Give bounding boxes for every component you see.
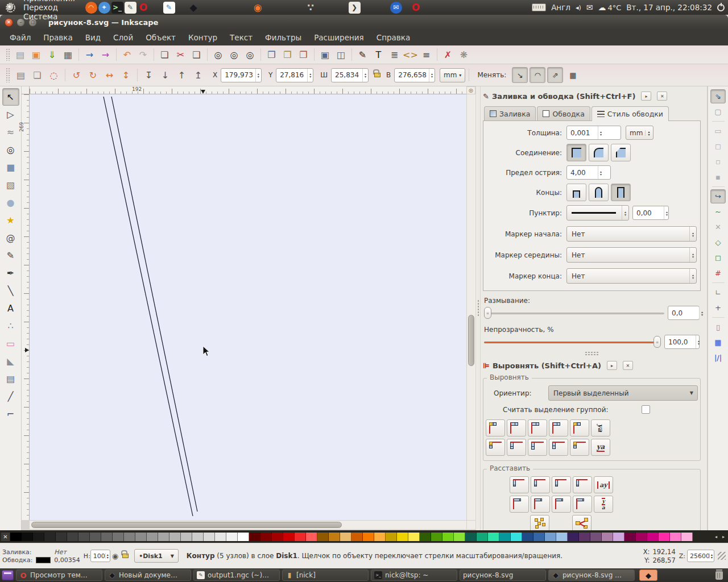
close-button[interactable]: ✕ <box>5 18 13 27</box>
marker-mid-dropdown[interactable]: Нет▴▾ <box>566 247 697 263</box>
palette-swatch-46[interactable] <box>533 533 545 541</box>
print-document-button[interactable]: ▦ <box>60 47 76 62</box>
palette-swatch-29[interactable] <box>340 533 351 541</box>
snap-line-midpoints-button[interactable]: # <box>710 266 726 280</box>
weather-icon[interactable]: ☁ <box>598 3 606 12</box>
vertical-scrollbar[interactable] <box>466 94 475 520</box>
snap-guides-button[interactable]: |/| <box>710 351 726 365</box>
palette-swatch-43[interactable] <box>499 533 511 541</box>
dash-offset-value[interactable]: 0,00 <box>636 209 661 217</box>
dash-offset-input[interactable]: 0,00▴▾ <box>632 206 669 220</box>
stroke-width-input[interactable]: 0,001▴▾ <box>566 126 621 140</box>
palette-swatch-6[interactable] <box>78 533 90 541</box>
blur-slider[interactable]: ≡ <box>484 307 664 319</box>
miter-limit-value[interactable]: 4,00 <box>570 169 595 177</box>
tab-stroke-style[interactable]: Стиль обводки <box>592 106 669 121</box>
palette-swatch-35[interactable] <box>408 533 420 541</box>
select-all-button[interactable]: ▤ <box>13 68 28 82</box>
fill-value[interactable]: Нет <box>54 548 80 556</box>
palette-swatch-31[interactable] <box>363 533 374 541</box>
round-cap-button[interactable] <box>589 184 609 201</box>
distribute-top-edges-button[interactable] <box>510 496 529 513</box>
align-left-edges-button[interactable] <box>507 419 526 436</box>
x-input[interactable]: 179,973▴▾ <box>221 68 262 82</box>
layer-opacity-value[interactable]: 100 <box>93 552 105 560</box>
palette-swatch-2[interactable] <box>33 533 44 541</box>
palette-swatch-23[interactable] <box>272 533 283 541</box>
canvas[interactable] <box>30 94 466 520</box>
open-document-button[interactable]: ▣ <box>28 47 44 62</box>
palette-swatch-58[interactable] <box>670 533 681 541</box>
task-0[interactable]: OПросмотр тем… <box>16 569 102 581</box>
palette-swatch-1[interactable] <box>22 533 33 541</box>
palette-swatch-47[interactable] <box>545 533 556 541</box>
stroke-color-swatch[interactable] <box>36 557 51 563</box>
units-dropdown[interactable]: mm▾ <box>440 68 465 82</box>
raise-one-step-button[interactable]: ↑ <box>174 68 189 82</box>
flip-vertical-button[interactable]: ↕ <box>118 68 134 82</box>
distribute-left-edges-button[interactable] <box>510 476 529 493</box>
align-dialog-button[interactable]: ≡ <box>419 47 434 62</box>
dialog-resize-grip[interactable] <box>585 351 599 356</box>
ungroup-objects-button[interactable]: ◫ <box>333 47 349 62</box>
spinner-arrows[interactable]: ▴▾ <box>689 248 696 262</box>
menu-help[interactable]: Справка <box>370 30 416 45</box>
spray-tool[interactable]: ∴ <box>2 317 19 335</box>
rotate-cw-button[interactable]: ↻ <box>85 68 101 82</box>
document-properties-button[interactable]: ❋ <box>456 47 471 62</box>
trash-icon[interactable] <box>715 571 723 580</box>
distribute-text-anchors-horizontally-button[interactable]: ay <box>594 476 613 493</box>
power-icon[interactable] <box>717 4 725 11</box>
align-top-edges-button[interactable] <box>507 439 526 456</box>
align-right-edges-button[interactable] <box>549 419 568 436</box>
task-2[interactable]: ✎output1.ngc (~)… <box>193 569 280 581</box>
horizontal-scrollbar[interactable] <box>30 520 466 529</box>
palette-scroll-left[interactable]: ◂ <box>713 533 719 541</box>
spiral-tool[interactable]: @ <box>2 229 19 247</box>
align-left-edges-to-right-of-anchor-button[interactable] <box>570 419 589 436</box>
no-color-swatch[interactable]: ✕ <box>1 533 10 541</box>
palette-swatch-54[interactable] <box>624 533 636 541</box>
opacity-slider[interactable]: ≡ <box>484 336 661 348</box>
x-value[interactable]: 179,973 <box>225 71 253 79</box>
window-resize-grip[interactable] <box>718 552 726 560</box>
palette-swatch-50[interactable] <box>579 533 590 541</box>
menu-view[interactable]: Вид <box>79 30 107 45</box>
toolbar-grip[interactable] <box>6 68 10 83</box>
align-bottom-edges-to-top-of-anchor-button[interactable] <box>486 439 505 456</box>
palette-swatch-45[interactable] <box>522 533 533 541</box>
palette-swatch-20[interactable] <box>238 533 249 541</box>
palette-swatch-57[interactable] <box>659 533 670 541</box>
menu-path[interactable]: Контур <box>182 30 224 45</box>
palette-swatch-16[interactable] <box>192 533 204 541</box>
palette-swatch-21[interactable] <box>249 533 260 541</box>
zoom-page-button[interactable]: ◎ <box>242 47 258 62</box>
palette-swatch-13[interactable] <box>158 533 169 541</box>
menu-file[interactable]: Файл <box>3 30 37 45</box>
import-bitmap-button[interactable]: → <box>82 47 97 62</box>
ellipse-tool[interactable]: ● <box>2 194 19 211</box>
palette-swatch-9[interactable] <box>113 533 124 541</box>
y-input[interactable]: 27,816▴▾ <box>276 68 313 82</box>
snap-page-border-button[interactable]: ▯ <box>710 320 726 334</box>
palette-swatch-38[interactable] <box>442 533 454 541</box>
stroke-width-value[interactable]: 0,001 <box>570 129 595 137</box>
align-titlebar[interactable]: ⊫ Выровнять (Shift+Ctrl+A) ▸ ✕ <box>483 359 701 372</box>
palette-swatch-33[interactable] <box>386 533 397 541</box>
align-text-anchors-vertical-button[interactable]: ya <box>591 419 610 436</box>
snap-bbox-corners-button[interactable]: ◻ <box>710 139 726 153</box>
opacity-slider-handle[interactable]: ≡ <box>653 336 661 348</box>
console-window-icon[interactable]: ❯ <box>349 2 361 14</box>
paste-button[interactable]: ❑ <box>189 47 204 62</box>
stroke-unit-dropdown[interactable]: mm▴▾ <box>626 126 653 140</box>
lower-one-step-button[interactable]: ↓ <box>158 68 173 82</box>
palette-swatch-24[interactable] <box>283 533 295 541</box>
palette-swatch-8[interactable] <box>101 533 113 541</box>
spinner-arrows[interactable]: ▴▾ <box>307 69 313 82</box>
snap-smooth-nodes-button[interactable]: ◻ <box>710 251 726 265</box>
palette-swatch-5[interactable] <box>67 533 78 541</box>
layers-dialog-button[interactable]: ≣ <box>387 47 402 62</box>
zoom-tool[interactable]: ◎ <box>2 141 19 159</box>
spinner-arrows[interactable]: ▴▾ <box>362 69 368 82</box>
gradient-tool[interactable]: ▤ <box>2 370 19 388</box>
